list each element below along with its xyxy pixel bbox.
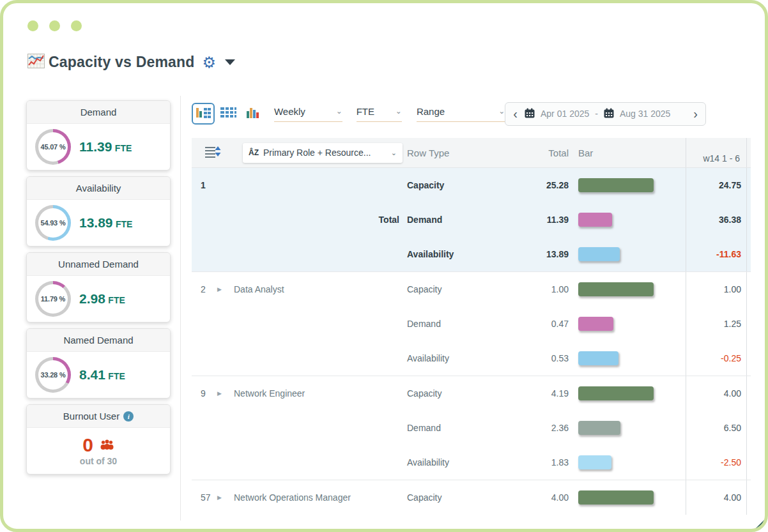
value-bar [578,490,654,505]
total-value-cell: 2.36 [489,423,569,433]
value-bar [578,213,612,227]
column-header-bar: Bar [569,148,686,158]
stat-card-body: 54.93 %13.89 FTE [27,200,170,246]
stat-card-title: Demand [27,101,170,124]
total-value-cell: 1.83 [489,457,569,467]
table-header-row: ÂZ Primary Role + Resource... ⌄ Row Type… [192,138,751,168]
chevron-down-icon: ⌄ [336,107,342,116]
bar-cell [569,247,686,261]
table-row: 2▶Data AnalystCapacity1.001.00 [192,272,751,307]
total-value-cell: 4.19 [489,388,569,399]
date-separator: - [595,109,598,119]
total-value-cell: 13.89 [489,249,569,259]
group-by-select[interactable]: ÂZ Primary Role + Resource... ⌄ [243,143,403,163]
stat-card: Availability54.93 %13.89 FTE [26,176,171,247]
chevron-down-icon[interactable] [225,59,235,65]
donut-ring: 33.28 % [35,357,71,393]
stats-sidebar: Demand45.07 %11.39 FTEAvailability54.93 … [3,96,181,521]
group-name: Network Operations Manager [234,492,406,503]
donut-ring-center: 33.28 % [38,360,68,390]
sort-order-button[interactable] [204,145,222,160]
fte-stat: 11.39 FTE [79,139,132,155]
start-date[interactable]: Apr 01 2025 [541,109,589,119]
chevron-down-icon: ⌄ [391,149,397,157]
date-range-control: ‹ Apr 01 2025 - [505,102,706,126]
stat-card-body: 11.79 %2.98 FTE [27,276,170,322]
unit-select-value: FTE [357,106,374,117]
chart-view-button[interactable] [242,103,265,125]
window-dot[interactable] [71,20,82,31]
burnout-count: 0 [82,436,93,455]
total-value-cell: 0.53 [489,353,569,363]
column-header-period: w14 1 - 6 [686,138,747,167]
chart-table-view-icon [195,105,211,122]
window-dot[interactable] [27,20,38,31]
range-select[interactable]: Range ⌄ [417,106,505,122]
table-group: 2▶Data AnalystCapacity1.001.00Demand0.47… [192,271,751,376]
row-type-cell: Capacity [406,284,489,294]
sort-az-icon: ÂZ [249,148,259,157]
expand-arrow-icon[interactable]: ▶ [217,390,234,397]
stat-card: Unnamed Demand11.79 %2.98 FTE [26,252,171,323]
stat-card-body: 33.28 %8.41 FTE [27,352,170,398]
donut-ring: 45.07 % [35,129,71,165]
percent-label: 54.93 % [41,219,66,227]
chevron-down-icon: ⌄ [396,107,402,116]
period-value-cell: 6.50 [686,411,747,445]
row-type-cell: Availability [406,457,489,467]
period-value-cell: -2.50 [686,445,747,480]
window-controls [27,20,82,31]
bar-cell [569,282,686,296]
table-row: Availability0.53-0.25 [192,341,751,376]
info-icon[interactable]: i [123,411,134,422]
end-date[interactable]: Aug 31 2025 [620,109,670,119]
row-type-cell: Capacity [406,388,489,399]
period-value-cell: 1.00 [686,272,747,307]
fte-unit: FTE [115,143,132,153]
chart-table-view-button[interactable] [192,103,215,125]
total-value-cell: 1.00 [489,284,569,294]
range-select-value: Range [417,106,445,117]
window-dot[interactable] [49,20,60,31]
capacity-demand-table: ÂZ Primary Role + Resource... ⌄ Row Type… [192,138,751,515]
prev-period-button[interactable]: ‹ [512,107,519,120]
expand-arrow-icon[interactable]: ▶ [217,286,234,293]
next-period-button[interactable]: › [692,107,699,120]
period-value-cell: 24.75 [686,168,747,202]
period-value-cell: -11.63 [686,237,747,271]
table-row: 57▶Network Operations ManagerCapacity4.0… [192,480,751,515]
gear-icon[interactable]: ⚙ [203,55,217,70]
page-title: Capacity vs Demand [49,54,195,71]
grid-view-button[interactable] [217,103,240,125]
period-value-cell: 36.38 [686,202,747,237]
value-bar [578,386,654,400]
bar-cell [569,455,686,469]
period-value-cell: 1.25 [686,307,747,341]
bar-cell [569,351,686,365]
row-index: 9 [192,388,217,399]
expand-arrow-icon[interactable]: ▶ [217,494,234,501]
table-group: 57▶Network Operations ManagerCapacity4.0… [192,480,751,515]
table-row: Demand2.366.50 [192,411,751,445]
row-type-cell: Availability [406,353,489,363]
row-index: 1 [192,180,217,190]
table-row: Availability13.89-11.63 [192,237,751,271]
fte-value: 11.39 [79,139,112,154]
stat-card-body: 45.07 %11.39 FTE [27,124,170,170]
bar-cell [569,213,686,227]
total-value-cell: 25.28 [489,180,569,190]
grid-view-icon [220,105,236,122]
row-type-cell: Demand [406,423,489,433]
line-chart-icon [27,53,45,72]
granularity-select[interactable]: Weekly ⌄ [274,106,342,122]
donut-ring: 54.93 % [35,205,71,241]
unit-select[interactable]: FTE ⌄ [357,106,402,122]
stat-cards: Demand45.07 %11.39 FTEAvailability54.93 … [26,100,180,399]
total-value-cell: 0.47 [489,319,569,329]
column-header-row-type: Row Type [406,148,489,158]
fte-value: 2.98 [79,291,105,306]
bar-cell [569,421,686,435]
fte-value: 13.89 [79,215,113,230]
calendar-icon [525,108,535,120]
fte-unit: FTE [108,295,125,305]
